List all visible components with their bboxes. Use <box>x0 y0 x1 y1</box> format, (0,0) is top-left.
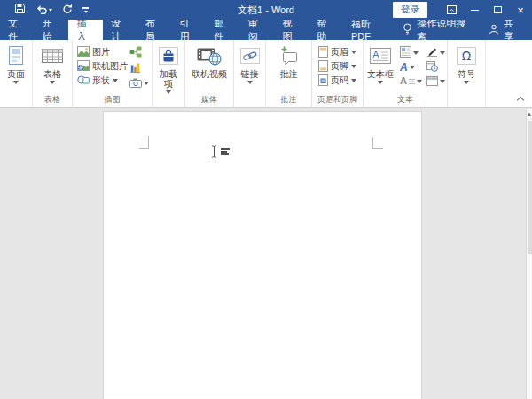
symbol-button[interactable]: Ω 符号 <box>455 43 478 107</box>
ribbon-group-media: 联机视频 媒体 <box>185 40 234 107</box>
tab-insert[interactable]: 插入 <box>68 20 103 40</box>
document-page[interactable] <box>103 111 422 399</box>
comment-icon <box>279 44 299 67</box>
header-icon <box>318 46 328 59</box>
omega-icon: Ω <box>457 47 476 65</box>
screenshot-dropdown-caret <box>144 82 149 85</box>
person-icon <box>489 24 499 36</box>
footer-icon <box>318 60 328 74</box>
maximize-icon <box>494 6 502 13</box>
tab-home[interactable]: 开始 <box>35 20 69 40</box>
addins-button[interactable]: 加载项 <box>155 43 182 107</box>
text-cursor-icon <box>210 145 218 162</box>
header-dropdown-caret <box>351 51 356 54</box>
group-label-text: 文本 <box>364 94 447 106</box>
tab-design[interactable]: 设计 <box>103 20 137 40</box>
smartart-icon <box>129 45 142 61</box>
scrollbar-thumb[interactable] <box>528 121 532 254</box>
pictures-button[interactable]: 图片 <box>75 45 129 59</box>
tab-mailings[interactable]: 邮件 <box>206 20 240 40</box>
online-video-icon <box>197 44 222 67</box>
ribbon-display-options-button[interactable] <box>440 0 463 20</box>
quick-parts-dropdown-caret <box>413 51 419 55</box>
save-icon <box>14 2 26 18</box>
object-dropdown-caret <box>440 80 445 83</box>
chart-button[interactable] <box>129 62 149 74</box>
tab-help[interactable]: 帮助 <box>309 20 343 40</box>
collapse-ribbon-button[interactable] <box>517 96 524 103</box>
object-button[interactable] <box>426 75 445 87</box>
tab-layout[interactable]: 布局 <box>137 20 172 40</box>
picture-icon <box>77 46 90 59</box>
redo-button[interactable] <box>62 2 73 18</box>
vertical-scrollbar[interactable] <box>526 109 532 399</box>
sign-in-button[interactable]: 登录 <box>393 2 427 18</box>
ribbon-group-comments: 批注 批注 <box>266 40 312 107</box>
shapes-button[interactable]: 形状 <box>75 74 129 88</box>
tab-review[interactable]: 审阅 <box>240 20 275 40</box>
wordart-icon: A <box>400 62 408 73</box>
drop-cap-dropdown-caret <box>417 80 422 83</box>
smartart-button[interactable] <box>129 47 149 59</box>
group-label-comments: 批注 <box>266 94 311 106</box>
quick-parts-button[interactable] <box>400 47 422 59</box>
ribbon-group-header-footer: 页眉 页脚 页码 页眉和页脚 <box>312 40 364 107</box>
ribbon-group-links: 链接 <box>234 40 266 107</box>
lightbulb-icon <box>403 23 412 36</box>
header-button[interactable]: 页眉 <box>317 45 358 59</box>
page-number-button[interactable]: 页码 <box>317 74 358 88</box>
click-and-type-align-icon <box>221 148 230 155</box>
screenshot-icon <box>129 75 142 91</box>
ribbon-display-options-icon <box>447 4 457 17</box>
document-area <box>0 108 532 399</box>
footer-dropdown-caret <box>351 65 356 68</box>
links-button[interactable]: 链接 <box>239 43 262 107</box>
ribbon-filler <box>486 40 532 107</box>
addins-icon <box>159 47 178 65</box>
save-button[interactable] <box>14 2 26 18</box>
group-label-media: 媒体 <box>185 94 233 106</box>
tab-foxit-pdf[interactable]: 福昕PDF <box>343 20 395 40</box>
pages-dropdown-caret <box>13 81 19 84</box>
ribbon: 页面 表格 表格 图片 联机图片 <box>0 40 532 108</box>
maximize-button[interactable] <box>486 0 509 20</box>
tab-references[interactable]: 引用 <box>171 20 206 40</box>
ribbon-group-addins: 加载项 <box>153 40 185 107</box>
pages-button[interactable]: 页面 <box>5 43 27 107</box>
date-time-button[interactable] <box>426 61 445 73</box>
close-button[interactable]: × <box>509 0 532 20</box>
margin-mark-top-left-icon <box>139 136 149 149</box>
tell-me-search[interactable]: 操作说明搜索 <box>395 20 478 40</box>
footer-button[interactable]: 页脚 <box>317 59 358 74</box>
undo-button[interactable] <box>35 2 52 18</box>
ribbon-group-symbols: Ω 符号 <box>448 40 486 107</box>
tab-view[interactable]: 视图 <box>275 20 309 40</box>
chart-icon <box>129 60 141 76</box>
online-picture-icon <box>77 60 90 73</box>
wordart-button[interactable]: A <box>400 61 422 73</box>
table-icon <box>41 44 64 67</box>
links-dropdown-caret <box>247 81 253 84</box>
online-pictures-button[interactable]: 联机图片 <box>75 59 129 74</box>
customize-qat-icon <box>82 7 89 9</box>
titlebar-controls: 登录 × <box>393 0 532 20</box>
ribbon-group-pages: 页面 <box>0 40 33 107</box>
shapes-icon <box>77 74 90 87</box>
pages-icon <box>7 44 25 67</box>
drop-cap-button[interactable]: A <box>400 75 422 87</box>
symbol-dropdown-caret <box>464 81 469 84</box>
drop-cap-lines-icon <box>409 74 415 90</box>
scroll-up-button[interactable] <box>527 109 532 120</box>
share-button[interactable]: 共享 <box>478 20 532 40</box>
minimize-button[interactable] <box>463 0 486 20</box>
ribbon-group-illustrations: 图片 联机图片 形状 <box>73 40 153 107</box>
signature-line-button[interactable] <box>426 47 445 59</box>
signature-line-dropdown-caret <box>440 51 445 55</box>
page-number-icon <box>318 74 328 88</box>
title-bar: 文档1 - Word 登录 × <box>0 0 532 20</box>
screenshot-button[interactable] <box>129 77 149 89</box>
tab-file[interactable]: 文件 <box>0 20 35 40</box>
ribbon-group-table: 表格 表格 <box>33 40 73 107</box>
customize-qat-button[interactable] <box>82 7 89 13</box>
redo-icon <box>62 2 73 18</box>
